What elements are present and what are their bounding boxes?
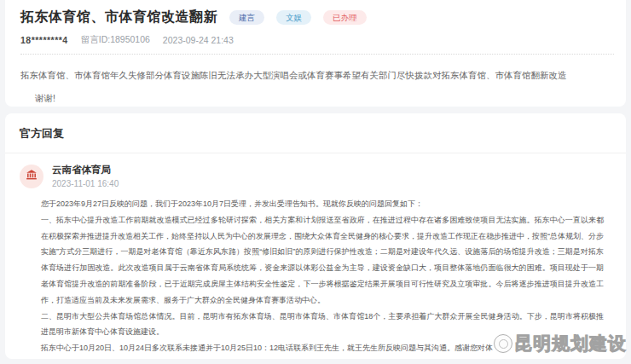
post-body-text: 拓东体育馆、市体育馆年久失修部分体育设施陈旧无法承办大型演唱会或体育赛事希望有关…: [20, 64, 614, 87]
post-card: 拓东体育馆、市体育馆改造翻新 建言 文娱 已办理 18********4 留言I…: [5, 0, 626, 107]
post-created-at: 2023-09-24 21:43: [163, 35, 234, 45]
post-meta-row: 18********4 留言ID:18950106 2023-09-24 21:…: [20, 34, 614, 46]
reply-body: 您于2023年9月27日反映的问题，我们于2023年10月7日受理，并发出受理告…: [5, 188, 626, 356]
post-message-id: 留言ID:18950106: [81, 34, 150, 46]
tag-1: 文娱: [276, 10, 311, 26]
reply-paragraph: 拓东中心于10月20日、10月24日多次联系未接通并于10月25日10：12电话…: [41, 340, 604, 356]
post-body: 拓东体育馆、市体育馆年久失修部分体育设施陈旧无法承办大型演唱会或体育赛事希望有关…: [20, 64, 614, 110]
official-reply-card: 官方回复 云南省体育局 2023-11-01 16:40: [5, 113, 626, 359]
agency-avatar: [20, 165, 43, 188]
reply-author-row: 云南省体育局 2023-11-01 16:40: [5, 153, 626, 188]
official-reply-header: 官方回复: [20, 126, 612, 142]
reply-paragraph: 二、昆明市大型公共体育场馆总体情况。目前，昆明市有拓东体育场、昆明市体育场、市体…: [41, 309, 604, 341]
page: 拓东体育馆、市体育馆改造翻新 建言 文娱 已办理 18********4 留言I…: [0, 0, 631, 364]
reply-paragraph: 您于2023年9月27日反映的问题，我们于2023年10月7日受理，并发出受理告…: [41, 196, 604, 212]
dotted-divider: [20, 54, 614, 55]
agency-identity: 云南省体育局 2023-11-01 16:40: [52, 164, 119, 188]
post-title-row: 拓东体育馆、市体育馆改造翻新 建言 文娱 已办理: [20, 7, 614, 26]
post-author-masked: 18********4: [20, 35, 68, 45]
agency-name: 云南省体育局: [52, 164, 119, 176]
post-thanks-text: 谢谢!: [20, 87, 614, 110]
reply-paragraph: 一、拓东中心提升改造工作前期就改造模式已经过多轮研讨探索，相关方案和计划报送至省…: [41, 212, 604, 309]
post-title: 拓东体育馆、市体育馆改造翻新: [20, 9, 217, 26]
reply-timestamp: 2023-11-01 16:40: [52, 179, 119, 188]
tag-0: 建言: [229, 10, 264, 26]
tag-2: 已办理: [323, 10, 367, 26]
government-building-icon: [26, 169, 38, 184]
